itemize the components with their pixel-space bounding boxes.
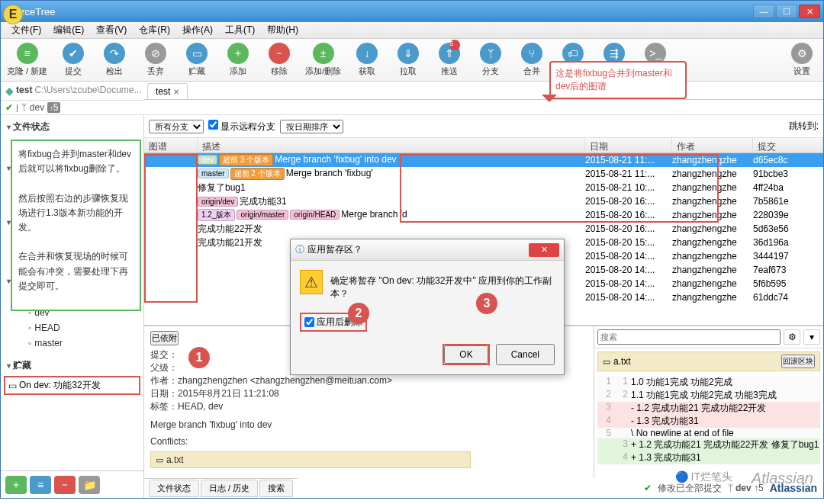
branch-icon: ᛘ [480,43,501,64]
addremove-button[interactable]: ±添加/删除 [305,43,341,77]
conflict-file[interactable]: ▭ a.txt [150,451,471,468]
branch-filter[interactable]: 所有分支 [149,120,204,133]
bottom-tabs: 文件状态日志 / 历史搜索 [144,478,298,498]
add-icon: ＋ [227,43,249,64]
info-icon: ⓘ [295,243,304,256]
cancel-button[interactable]: Cancel [496,344,555,365]
sidebar-remote-head[interactable]: ◦ HEAD [1,320,143,335]
commit-button[interactable]: ✔提交 [58,43,89,77]
dialog-message: 确定将暂存 "On dev: 功能32开发中" 应用到你的工作副本？ [330,270,555,300]
stash-icon: ▭ [8,380,17,391]
step-marker-3: 3 [476,293,497,314]
branch-button[interactable]: ᛘ分支 [475,43,506,77]
menu-item[interactable]: 操作(A) [176,22,219,38]
merge-button[interactable]: ⑂合并 [517,43,547,77]
annotation-badge-e: E [3,5,23,24]
diff-settings-icon[interactable]: ⚙ [784,329,800,345]
remove-button[interactable]: －移除 [264,43,295,77]
commit-row[interactable]: dev超前 3 个版本Merge branch 'fixbug' into de… [144,153,823,167]
window-title: SourceTree [4,6,753,18]
fetch-icon: ↓ [356,43,378,64]
section-stashes[interactable]: 贮藏 [1,357,143,374]
stash-icon: ▭ [186,43,208,64]
bottom-tab[interactable]: 文件状态 [149,480,199,497]
addremove-icon: ± [313,43,334,64]
warning-icon: ⚠ [300,270,323,294]
add-button[interactable]: ＋添加 [223,43,253,77]
repo-path: ◆ test C:\Users\zcube\Docume... [1,82,144,101]
clone-mini-button[interactable]: ≡ [30,476,51,494]
step-marker-1: 1 [188,347,210,368]
add-repo-button[interactable]: ＋ [5,476,27,494]
jump-label: 跳转到: [789,120,819,133]
merge-icon: ⑂ [521,43,542,64]
menu-item[interactable]: 工具(T) [219,22,261,38]
commit-icon: ✔ [63,43,84,64]
push-icon: ⇑5 [439,43,460,64]
remove-repo-button[interactable]: － [54,476,76,494]
menu-item[interactable]: 仓库(R) [133,22,176,38]
remove-icon: － [269,43,290,64]
menubar: 文件(F)编辑(E)查看(V)仓库(R)操作(A)工具(T)帮助(H) [1,22,823,39]
deps-button[interactable]: 已依附 [150,331,179,345]
dialog-title: 应用暂存区？ [307,243,362,256]
bottom-tab[interactable]: 搜索 [259,480,293,497]
diff-file-header[interactable]: ▭ a.txt 回滚区块 [597,352,820,371]
menu-item[interactable]: 编辑(E) [47,22,90,38]
filter-bar: 所有分支 显示远程分支 按日期排序 跳转到: [144,115,823,138]
toolbar: ≡克隆 / 新建✔提交↷检出⊘丢弃▭贮藏＋添加－移除±添加/删除↓获取⇓拉取⇑5… [1,39,823,82]
search-input[interactable] [597,329,781,345]
sort-select[interactable]: 按日期排序 [280,120,343,133]
dialog-close-button[interactable]: ✕ [529,243,559,257]
diff-pane: ⚙ ▾ ▭ a.txt 回滚区块 11 1.0 功能1完成 功能2完成22 1.… [594,326,823,478]
atlassian-watermark: Atlassian [752,470,813,487]
pull-icon: ⇓ [398,43,419,64]
menu-item[interactable]: 帮助(H) [261,22,304,38]
titlebar: SourceTree — ☐ ✕ [1,1,823,22]
push-button[interactable]: ⇑5推送 [434,43,465,77]
menu-item[interactable]: 文件(F) [5,22,47,38]
current-branch-mini: ✔ | ᛘdev ↑5 [1,101,144,114]
diff-content: 11 1.0 功能1完成 功能2完成22 1.1 功能1完成 功能2完成 功能3… [594,374,823,478]
close-button[interactable]: ✕ [799,5,820,18]
gear-icon: ⚙ [791,43,813,64]
checkout-icon: ↷ [104,43,125,64]
commit-row[interactable]: origin/dev完成功能312015-08-20 16:...zhangzh… [144,194,823,208]
clone-icon: ≡ [17,43,38,64]
sidebar-footer: ＋ ≡ － 📁 [1,470,143,498]
discard-icon: ⊘ [145,43,166,64]
checkout-button[interactable]: ↷检出 [99,43,130,77]
stash-item[interactable]: ▭On dev: 功能32开发 [4,376,140,395]
commit-row[interactable]: 1.2_版本origin/masterorigin/HEADMerge bran… [144,208,823,222]
close-tab-icon[interactable]: ✕ [173,88,179,96]
dialog-titlebar: ⓘ 应用暂存区？ ✕ [291,239,564,261]
folder-button[interactable]: 📁 [79,476,100,494]
stash-button[interactable]: ▭贮藏 [182,43,212,77]
section-filestatus[interactable]: 文件状态 [1,118,143,136]
annotation-note-left: 将fixbug合并到master和dev后就可以将fixbug删除了。然后按照右… [11,140,141,311]
maximize-button[interactable]: ☐ [776,5,797,18]
annotation-note-right: 这是将fixbug合并到master和dev后的图谱 [549,61,687,99]
step-marker-2: 2 [348,303,369,324]
apply-stash-dialog: ⓘ 应用暂存区？ ✕ ⚠ 确定将暂存 "On dev: 功能32开发中" 应用到… [290,239,565,375]
clone-button[interactable]: ≡克隆 / 新建 [7,43,47,77]
show-remote-toggle[interactable]: 显示远程分支 [208,120,275,133]
commit-row[interactable]: 修复了bug12015-08-21 10:...zhangzhengzhe4ff… [144,181,823,194]
diff-menu-icon[interactable]: ▾ [803,329,820,345]
wechat-watermark: 🔵 IT烂笔头 [675,470,732,484]
commit-row[interactable]: master超前 2 个版本Merge branch 'fixbug'2015-… [144,167,823,181]
settings-button[interactable]: ⚙ 设置 [787,43,817,77]
menu-item[interactable]: 查看(V) [90,22,133,38]
pull-button[interactable]: ⇓拉取 [393,43,423,77]
ok-button[interactable]: OK [444,345,488,364]
fetch-button[interactable]: ↓获取 [352,43,382,77]
bottom-tab[interactable]: 日志 / 历史 [201,480,258,497]
commit-row[interactable]: 完成功能22开发2015-08-20 16:...zhangzhengzhe5d… [144,222,823,236]
grid-header: 图谱 描述 日期 作者 提交 [144,138,823,153]
discard-button[interactable]: ⊘丢弃 [140,43,171,77]
repo-tab[interactable]: test✕ [147,83,188,99]
minimize-button[interactable]: — [753,5,774,18]
rollback-chunk-button[interactable]: 回滚区块 [781,355,815,368]
sidebar-remote-master[interactable]: ◦ master [1,335,143,351]
